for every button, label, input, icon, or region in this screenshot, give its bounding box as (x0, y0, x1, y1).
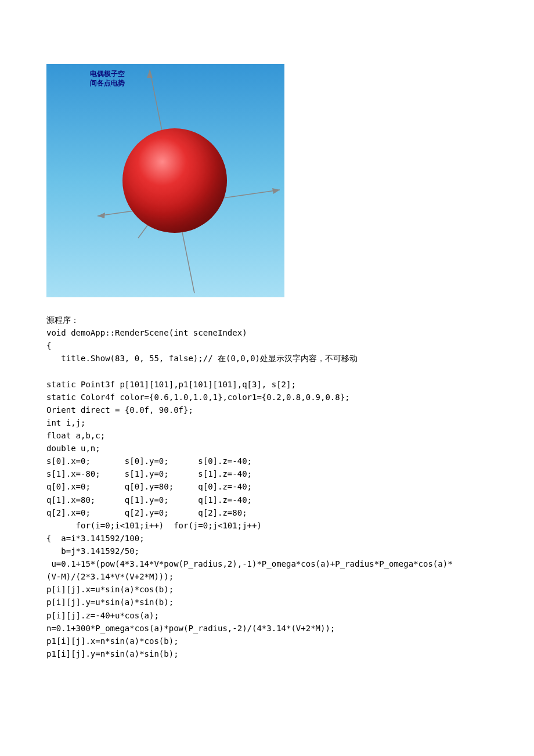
section-label: 源程序： (46, 315, 79, 325)
figure-title-line1: 电偶极子空 (90, 70, 125, 78)
x-axis-arrow (272, 188, 280, 194)
figure-title-line2: 间各点电势 (90, 79, 125, 87)
render-scene-figure: 电偶极子空 间各点电势 (46, 64, 284, 297)
figure-title: 电偶极子空 间各点电势 (90, 70, 125, 88)
code-text: void demoApp::RenderScene(int sceneIndex… (46, 328, 453, 658)
source-code-block: 源程序： void demoApp::RenderScene(int scene… (46, 314, 488, 660)
document-page: 电偶极子空 间各点电势 源程序： void demoApp::RenderSce… (0, 0, 534, 695)
sphere-render (122, 128, 227, 233)
z-axis-arrow (147, 70, 153, 78)
